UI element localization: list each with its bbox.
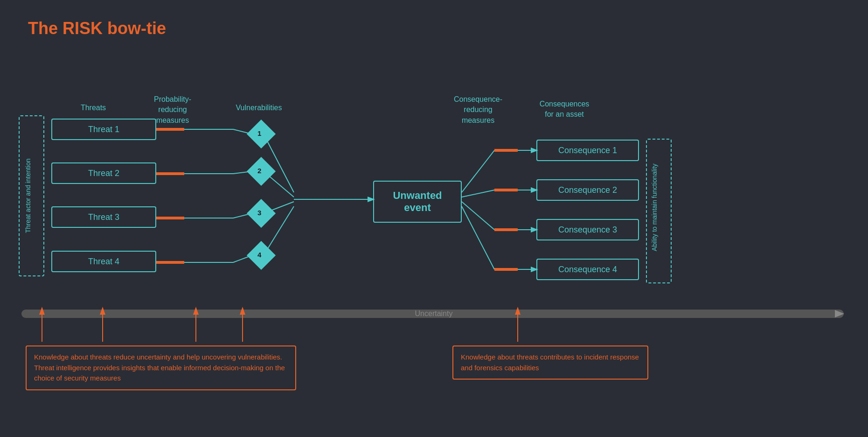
threat-4-box: Threat 4 [51, 251, 156, 272]
consequence-4-box: Consequence 4 [536, 259, 639, 280]
consequence-1-box: Consequence 1 [536, 140, 639, 161]
consequences-label: Consequences for an asset [527, 99, 602, 120]
svg-line-17 [462, 150, 494, 192]
uncertainty-label: Uncertainty [396, 310, 471, 318]
consequence-2-box: Consequence 2 [536, 179, 639, 201]
vulnerabilities-label: Vulnerabilities [229, 104, 289, 112]
info-box-left: Knowledge about threats reduce uncertain… [26, 345, 296, 390]
threats-label: Threats [70, 104, 117, 112]
main-title: The RISK bow-tie [0, 0, 868, 48]
svg-line-18 [462, 190, 494, 197]
ability-maintain-box: Ability to maintain functionality [646, 139, 672, 283]
threat-2-box: Threat 2 [51, 162, 156, 184]
consequence-reducing-label: Consequence- reducing measures [448, 94, 508, 126]
threat-actor-label: Threat actor and intention [24, 126, 32, 266]
threat-3-box: Threat 3 [51, 206, 156, 228]
ability-maintain-label: Ability to maintain functionality [651, 147, 658, 268]
threat-actor-box: Threat actor and intention [19, 115, 44, 276]
unwanted-event-box: Unwanted event [373, 181, 462, 223]
info-box-right: Knowledge about threats contributes to i… [452, 345, 648, 380]
consequence-3-box: Consequence 3 [536, 219, 639, 240]
threat-1-box: Threat 1 [51, 119, 156, 140]
